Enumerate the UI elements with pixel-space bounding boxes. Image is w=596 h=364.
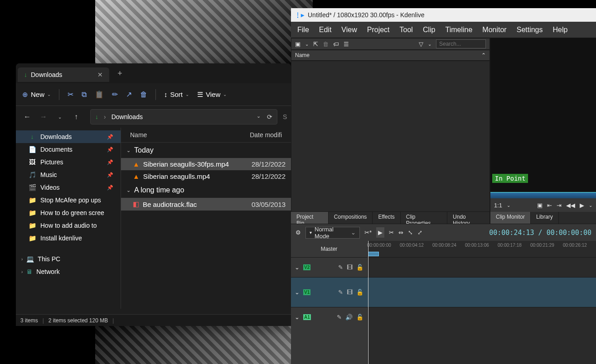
forward-button[interactable]: → [37, 113, 50, 121]
chevron-down-icon[interactable]: ⌄ [507, 203, 510, 208]
column-headers[interactable]: Name Date modifi [121, 128, 291, 143]
filter-icon[interactable]: ▽ [419, 41, 423, 48]
file-row[interactable]: ▲Siberian seagulls.mp428/12/2022 [121, 170, 291, 182]
dropdown-icon[interactable]: ⌄ [257, 113, 261, 120]
refresh-icon[interactable]: ⟳ [267, 113, 272, 120]
search-input[interactable] [436, 39, 486, 48]
group-header[interactable]: ⌄Today [121, 143, 291, 158]
monitor-viewport[interactable]: In Point [490, 38, 596, 198]
video-icon[interactable]: 🎞 [347, 289, 353, 296]
file-row[interactable]: ◧Be audiotrack.flac03/05/2013 [121, 198, 291, 211]
settings-icon[interactable]: ⚙ [296, 229, 301, 236]
bin-view-icon[interactable]: ▣ [295, 41, 300, 48]
col-name[interactable]: Name [130, 131, 250, 139]
track-header-v1[interactable]: ⌄V1✎🎞🔓 [291, 277, 367, 307]
razor-tool-icon[interactable]: ✂ [389, 229, 394, 236]
delete-icon[interactable]: 🗑 [140, 91, 147, 99]
audio-icon[interactable]: 🔊 [345, 314, 353, 321]
zoom-ratio[interactable]: 1:1 [494, 202, 502, 209]
track-lane-a1[interactable] [367, 307, 596, 327]
tab-compositions[interactable]: Compositions [329, 212, 373, 224]
tab-project-bin[interactable]: Project Bin [291, 212, 329, 224]
edit-mode-select[interactable]: ▾ Normal Mode ⌄ [305, 227, 360, 239]
add-clip-icon[interactable]: ⇱ [313, 41, 318, 48]
bin-column-header[interactable]: Name ⌃ [291, 50, 490, 61]
menu-monitor[interactable]: Monitor [482, 26, 506, 34]
lock-icon[interactable]: 🔓 [356, 289, 363, 296]
track-header-a1[interactable]: ⌄A1✎🔊🔓 [291, 307, 367, 327]
track-header-v2[interactable]: ⌄V2✎🎞🔓 [291, 257, 367, 277]
menu-tool[interactable]: Tool [400, 26, 413, 34]
title-bar[interactable]: ⋮▸ Untitled* / 1080x1920 30.00fps - Kden… [291, 8, 596, 22]
new-tab-button[interactable]: + [117, 69, 122, 78]
sidebar-item-install-kdenlive[interactable]: 📁Install kdenlive [16, 232, 121, 244]
track-lane-v1[interactable] [367, 277, 596, 307]
sidebar-item-stop-mcafee-pop-ups[interactable]: 📁Stop McAfee pop ups [16, 194, 121, 206]
menu-settings[interactable]: Settings [517, 26, 543, 34]
sidebar-item-how-to-do-green-scree[interactable]: 📁How to do green scree [16, 206, 121, 219]
copy-icon[interactable]: ⧉ [82, 91, 87, 99]
share-icon[interactable]: ↗ [126, 90, 132, 99]
up-button[interactable]: ↑ [69, 113, 83, 121]
delete-clip-icon[interactable]: 🗑 [323, 41, 329, 48]
menu-help[interactable]: Help [553, 26, 568, 34]
address-bar[interactable]: ↓ › Downloads ⌄ ⟳ [90, 109, 277, 125]
master-track[interactable]: Master [291, 241, 367, 257]
paste-icon[interactable]: 📋 [95, 90, 104, 99]
recent-button[interactable]: ⌄ [53, 115, 67, 120]
monitor-ruler[interactable] [490, 192, 596, 198]
sidebar-group-network[interactable]: ›🖥Network [16, 265, 121, 278]
sort-icon[interactable]: ⌃ [481, 52, 486, 58]
back-button[interactable]: ← [20, 113, 34, 121]
ripple-icon[interactable]: ⤡ [408, 229, 413, 236]
play-icon[interactable]: ▶ [580, 202, 584, 209]
search-input[interactable]: S [280, 113, 286, 120]
lock-icon[interactable]: 🔓 [356, 314, 363, 321]
snap-icon[interactable]: ✂* [364, 229, 372, 236]
chevron-down-icon[interactable]: ⌄ [589, 203, 592, 208]
breadcrumb[interactable]: Downloads [111, 113, 143, 120]
video-icon[interactable]: 🎞 [347, 264, 353, 271]
close-tab-icon[interactable]: ✕ [97, 71, 103, 78]
mirror-icon[interactable]: ⤢ [417, 229, 422, 236]
chevron-down-icon[interactable]: ⌄ [295, 264, 300, 271]
tab-undo-history[interactable]: Undo History [447, 212, 490, 224]
sidebar-item-music[interactable]: 🎵Music📌 [16, 168, 121, 181]
effects-icon[interactable]: ✎ [338, 264, 343, 271]
chevron-down-icon[interactable]: ⌄ [428, 42, 431, 47]
tag-icon[interactable]: 🏷 [333, 41, 339, 48]
tab-downloads[interactable]: ↓ Downloads ✕ [18, 67, 109, 82]
sidebar-item-videos[interactable]: 🎬Videos📌 [16, 181, 121, 194]
timecode[interactable]: 00:00:24:13 / 00:00:00:00 [489, 229, 591, 237]
sidebar-item-documents[interactable]: 📄Documents📌 [16, 143, 121, 156]
group-header[interactable]: ⌄A long time ago [121, 182, 291, 198]
menu-timeline[interactable]: Timeline [445, 26, 472, 34]
rename-icon[interactable]: ✏ [112, 90, 118, 99]
sidebar-group-this-pc[interactable]: ›💻This PC [16, 253, 121, 265]
chevron-down-icon[interactable]: ⌄ [305, 42, 309, 47]
menu-icon[interactable]: ☰ [344, 41, 349, 48]
select-tool-icon[interactable]: ▶ [376, 227, 384, 238]
sort-button[interactable]: ↕Sort⌄ [164, 91, 189, 98]
cut-icon[interactable]: ✂ [68, 90, 73, 99]
col-date[interactable]: Date modifi [250, 131, 282, 139]
effects-icon[interactable]: ✎ [338, 289, 343, 296]
rewind-icon[interactable]: ◀◀ [566, 202, 575, 209]
chevron-down-icon[interactable]: ⌄ [295, 314, 300, 321]
bin-empty-area[interactable] [291, 61, 490, 212]
menu-clip[interactable]: Clip [423, 26, 436, 34]
view-button[interactable]: ☰View⌄ [197, 91, 227, 99]
new-button[interactable]: ⊕ New ⌄ [22, 91, 51, 99]
sidebar-item-pictures[interactable]: 🖼Pictures📌 [16, 156, 121, 168]
spacer-tool-icon[interactable]: ⇔ [398, 229, 403, 236]
tab-clip-properties[interactable]: Clip Properties [401, 212, 447, 224]
tab-library[interactable]: Library [531, 212, 559, 224]
menu-project[interactable]: Project [367, 26, 390, 34]
sidebar-item-how-to-add-audio-to[interactable]: 📁How to add audio to [16, 219, 121, 232]
goto-end-icon[interactable]: ⇥ [557, 202, 562, 209]
chevron-down-icon[interactable]: ⌄ [295, 289, 300, 296]
timeline-ruler[interactable]: 00:00:00:0000:00:04:1200:00:08:2400:00:1… [367, 241, 596, 257]
tab-clip-monitor[interactable]: Clip Monitor [490, 212, 531, 224]
menu-file[interactable]: File [297, 26, 309, 34]
track-lane-v2[interactable] [367, 257, 596, 277]
